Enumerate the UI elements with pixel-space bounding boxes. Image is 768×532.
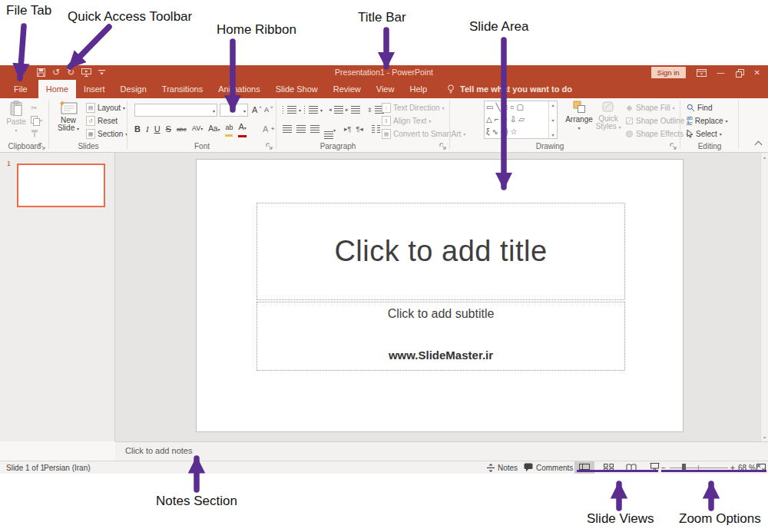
left-to-right-button[interactable]: ▸¶ [344,125,351,133]
copy-button[interactable]: ▾ [31,114,42,125]
shape-fill-button[interactable]: Shape Fill ▾ [625,102,674,113]
tab-help[interactable]: Help [402,80,435,98]
shape-right-arrow-icon[interactable]: ⇨ [502,114,508,125]
drawing-dialog-launcher[interactable] [670,143,677,150]
justify-button[interactable]: ▾ [324,125,336,134]
tab-review[interactable]: Review [326,80,369,98]
increase-indent-button[interactable]: ▸ [346,104,360,115]
slide-canvas[interactable]: Click to add title Click to add subtitle… [196,159,684,432]
shapes-gallery[interactable]: ▭ ╲ □ ○ ▢ △ ⌐ ⇨ ⇩ ▱ ξ ∿ [484,101,558,139]
shape-curve-icon[interactable]: ∿ [492,127,498,137]
notes-section[interactable]: Click to add notes [115,441,768,461]
zoom-out-button[interactable]: − [661,461,666,474]
cut-button[interactable]: ✂ [31,102,37,113]
find-button[interactable]: Find [687,102,712,113]
zoom-in-button[interactable]: + [730,461,735,474]
view-slide-sorter-button[interactable] [598,461,618,474]
close-button[interactable]: ✕ [754,65,760,80]
font-color-button[interactable]: A▾ [238,121,246,137]
bold-button[interactable]: B [134,123,141,136]
shapes-gallery-scrollbar[interactable]: ▴ ▾ ▾ [548,101,557,138]
shape-rect-icon[interactable]: □ [502,102,507,113]
new-slide-button[interactable]: New Slide ▾ [55,101,81,132]
tab-file[interactable]: File [6,80,35,98]
tab-insert[interactable]: Insert [76,80,113,98]
align-text-button[interactable]: ⇕ Align Text ▾ [382,115,431,126]
ribbon-display-options-icon[interactable] [697,69,707,77]
language-indicator[interactable]: Persian (Iran) [44,461,91,474]
paste-button[interactable]: Paste ▾ [4,101,28,133]
underline-button[interactable]: U [154,123,161,136]
arrange-button[interactable]: Arrange ▾ [564,101,594,131]
highlight-color-button[interactable]: ab [225,121,233,137]
shape-elbow-icon[interactable]: ⌐ [495,114,499,125]
shape-left-brace-icon[interactable]: { [501,127,503,137]
shape-star-icon[interactable]: ☆ [511,127,518,137]
zoom-level[interactable]: 68 % [738,461,756,474]
section-button[interactable]: ▦ Section ▾ [86,128,127,139]
scroll-down-icon[interactable]: ▾ [763,435,766,440]
restore-button[interactable] [736,69,743,77]
change-case-button[interactable]: Aa▾ [208,122,220,137]
select-button[interactable]: Select ▾ [687,128,722,139]
shape-effects-button[interactable]: Shape Effects ▾ [625,128,688,139]
collapse-ribbon-icon[interactable] [755,141,763,149]
layout-button[interactable]: ▤ Layout ▾ [86,102,125,113]
zoom-slider-thumb[interactable] [682,464,686,472]
notes-toggle-button[interactable]: Notes [487,461,518,474]
grow-font-button[interactable]: A˄ [252,104,262,115]
shape-down-arrow-icon[interactable]: ⇩ [510,114,516,125]
shape-scribble-icon[interactable]: ξ [486,127,489,137]
zoom-slider-track[interactable] [670,468,728,468]
title-placeholder[interactable]: Click to add title [257,203,625,300]
decrease-indent-button[interactable]: ◂ [329,104,343,115]
clipboard-dialog-launcher[interactable] [38,143,45,150]
character-spacing-button[interactable]: AV▾ [192,122,203,136]
font-name-combobox[interactable]: ▾ [134,104,217,117]
quick-styles-button[interactable]: Quick Styles ▾ [594,101,622,131]
fit-to-window-button[interactable] [755,461,767,474]
bullets-button[interactable]: ▾ [283,104,301,115]
italic-button[interactable]: I [146,123,149,136]
tab-home[interactable]: Home [38,80,76,98]
comments-button[interactable]: Comments [524,461,573,474]
text-shadow-button[interactable]: abc [177,123,187,136]
align-center-button[interactable] [296,125,306,126]
shrink-font-button[interactable]: A˅ [264,104,273,115]
minimize-button[interactable]: — [717,65,725,80]
tab-animations[interactable]: Animations [210,80,267,98]
align-left-button[interactable] [283,125,292,126]
align-right-button[interactable] [310,125,319,126]
font-size-combobox[interactable]: ▾ [220,104,248,117]
tab-slide-show[interactable]: Slide Show [268,80,326,98]
strikethrough-button[interactable]: S [166,123,171,136]
font-dialog-launcher[interactable] [266,143,273,150]
shape-line-icon[interactable]: ╲ [495,102,500,113]
scroll-up-icon[interactable]: ▴ [551,102,554,107]
scroll-up-icon[interactable]: ▴ [763,154,766,160]
shape-textbox-icon[interactable]: ▭ [486,102,493,113]
tab-design[interactable]: Design [113,80,154,98]
sign-in-button[interactable]: Sign in [651,67,686,78]
tell-me-box[interactable]: Tell me what you want to do [447,80,572,98]
format-painter-button[interactable] [31,127,38,138]
canvas-vertical-scrollbar[interactable]: ▴ ▾ [760,153,768,441]
slide-thumbnail-panel[interactable]: 1 [0,153,115,441]
view-normal-button[interactable] [574,461,594,474]
subtitle-placeholder[interactable]: Click to add subtitle www.SlideMaster.ir [257,302,625,371]
view-reading-button[interactable] [621,461,641,474]
scroll-down-icon[interactable]: ▾ [551,117,554,123]
numbering-button[interactable]: ▾ [304,104,323,115]
paragraph-dialog-launcher[interactable] [439,143,446,150]
tab-view[interactable]: View [369,80,402,98]
shape-right-brace-icon[interactable]: } [505,127,508,137]
clear-formatting-button[interactable]: A✦ [263,124,275,134]
gallery-more-icon[interactable]: ▾ [551,132,554,137]
tab-transitions[interactable]: Transitions [154,80,210,98]
shape-round-rect-icon[interactable]: ▢ [517,102,524,113]
text-direction-button[interactable]: ↕ Text Direction ▾ [382,102,445,113]
right-to-left-button[interactable]: ¶◂ [356,125,362,133]
slide-thumbnail[interactable] [17,164,105,207]
replace-button[interactable]: abac Replace ▾ [687,115,728,126]
shape-triangle-icon[interactable]: △ [486,114,492,125]
